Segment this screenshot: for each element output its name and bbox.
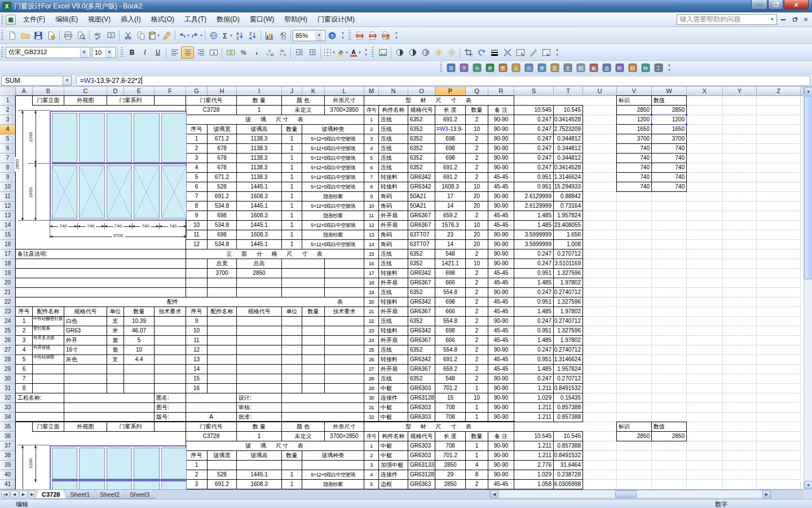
parts-header[interactable]: 数量: [302, 307, 325, 317]
facade-cell[interactable]: [325, 288, 364, 297]
st-value-cell[interactable]: 0.247: [514, 163, 554, 173]
increase-decimal-button[interactable]: .0.00: [263, 46, 276, 59]
toolbar-drag-handle[interactable]: [121, 47, 123, 58]
column-header-T[interactable]: T: [554, 87, 583, 96]
vw-value-cell[interactable]: 2850: [652, 106, 687, 115]
align-center-button[interactable]: [181, 46, 194, 59]
vw-value-cell[interactable]: 740: [617, 154, 652, 163]
row-header-39[interactable]: 39: [0, 461, 16, 470]
glass-cell[interactable]: 678: [208, 163, 237, 173]
chevron-down-icon[interactable]: ▼: [105, 47, 113, 58]
profile-cell[interactable]: 压线: [379, 288, 408, 297]
profile-cell[interactable]: 转接料: [379, 182, 408, 192]
profile-cell[interactable]: 15: [364, 249, 379, 259]
toolbar-drag-handle[interactable]: [440, 62, 442, 73]
formula-input[interactable]: =W3-13.9-27.8-22*2: [76, 76, 810, 86]
parts-cell[interactable]: [282, 365, 302, 374]
name-box-dropdown[interactable]: ▼: [63, 76, 72, 86]
profile-cell[interactable]: 转接料: [379, 173, 408, 182]
parts-header[interactable]: 规格代号: [237, 307, 282, 317]
profile-cell[interactable]: 45-45: [488, 307, 514, 317]
parts-cell[interactable]: [155, 355, 186, 365]
st-value-cell[interactable]: 1.3146624: [554, 355, 583, 365]
profile-cell[interactable]: 90-90: [488, 451, 514, 461]
parts-cell[interactable]: [325, 336, 364, 345]
glass-cell[interactable]: 691.2: [208, 480, 237, 489]
profile-cell[interactable]: 90-90: [488, 374, 514, 384]
profile-cell[interactable]: 691.2: [435, 115, 466, 125]
profile-header[interactable]: 长 度: [435, 432, 466, 441]
glass-cell[interactable]: 528: [208, 182, 237, 192]
glass-cell[interactable]: 隐形纱窗: [302, 230, 364, 240]
codes-label[interactable]: 颜 色: [282, 422, 325, 432]
title-block-cell[interactable]: [16, 403, 64, 413]
autosum-button[interactable]: Σ▾: [220, 29, 233, 42]
profile-cell[interactable]: 45-45: [488, 480, 514, 489]
codes-label[interactable]: 数 量: [237, 422, 282, 432]
restore-button[interactable]: [768, 0, 783, 10]
vw-value-cell[interactable]: 3700: [652, 134, 687, 144]
st-value-cell[interactable]: 1.485: [514, 221, 554, 230]
toolbar-options-chevron[interactable]: ▾▾: [554, 46, 561, 59]
parts-cell[interactable]: GR63: [64, 326, 107, 336]
research-button[interactable]: [104, 29, 117, 42]
parts-cell[interactable]: 16: [186, 384, 208, 393]
row-header-32[interactable]: 32: [0, 393, 16, 403]
parts-cell[interactable]: [237, 365, 282, 374]
left-header-cell[interactable]: 门窗系列: [107, 422, 155, 432]
glass-cell[interactable]: 隐形纱窗: [302, 211, 364, 221]
parts-cell[interactable]: [208, 317, 237, 326]
profile-cell[interactable]: 4: [466, 461, 488, 470]
profile-cell[interactable]: 20: [466, 192, 488, 202]
profile-cell[interactable]: 90-90: [488, 384, 514, 393]
dimension-tool-button[interactable]: 分: [522, 62, 535, 74]
parts-cell[interactable]: [107, 365, 124, 374]
row-header-41[interactable]: 41: [0, 480, 16, 489]
st-value-cell[interactable]: 31.6464: [554, 461, 583, 470]
notes-cell[interactable]: [16, 269, 186, 278]
profile-cell[interactable]: 转接料: [379, 269, 408, 278]
st-value-cell[interactable]: 10.545: [554, 106, 583, 115]
profile-cell[interactable]: 698: [435, 134, 466, 144]
search-preview-button[interactable]: 查: [535, 62, 548, 74]
reset-picture-button[interactable]: [540, 46, 553, 59]
profile-cell[interactable]: GR63128: [408, 470, 435, 480]
glass-header[interactable]: 玻璃种类: [302, 451, 364, 461]
profile-cell[interactable]: 2: [466, 326, 488, 336]
parts-cell[interactable]: [155, 317, 186, 326]
decrease-decimal-button[interactable]: .00.0: [276, 46, 289, 59]
parts-cell[interactable]: 密封胶条: [33, 326, 64, 336]
parts-cell[interactable]: [208, 336, 237, 345]
crop-button[interactable]: [462, 46, 475, 59]
left-header-cell[interactable]: 门窗系列: [107, 96, 155, 106]
profile-cell[interactable]: 90-90: [488, 249, 514, 259]
row-header-4[interactable]: 4: [0, 125, 16, 134]
glass-cell[interactable]: 1608.3: [237, 480, 282, 489]
minimize-button[interactable]: [751, 0, 767, 10]
st-value-cell[interactable]: 1.211: [514, 441, 554, 451]
copy-button[interactable]: [134, 29, 147, 42]
profile-cell[interactable]: 中梃: [379, 384, 408, 393]
glass-table-title[interactable]: 玻 璃 尺寸 表: [186, 115, 364, 125]
st-value-cell[interactable]: 0.238728: [554, 470, 583, 480]
profile-cell[interactable]: 2: [466, 480, 488, 489]
font-color-button[interactable]: A▾: [348, 46, 361, 59]
glass-cell[interactable]: 534.8: [208, 240, 237, 249]
profile-cell[interactable]: 698: [435, 144, 466, 154]
profile-cell[interactable]: 21: [364, 307, 379, 317]
facade-cell[interactable]: [282, 259, 325, 269]
parts-cell[interactable]: [64, 365, 107, 374]
column-header-Y[interactable]: Y: [723, 87, 757, 96]
glass-cell[interactable]: 1445.1: [237, 182, 282, 192]
glass-cell[interactable]: 1445.1: [237, 240, 282, 249]
profile-cell[interactable]: 1: [364, 115, 379, 125]
parts-cell[interactable]: [302, 355, 325, 365]
profile-cell[interactable]: 90-90: [488, 317, 514, 326]
st-value-cell[interactable]: 0.247: [514, 115, 554, 125]
parts-cell[interactable]: 16寸: [64, 345, 107, 355]
glass-cell[interactable]: 1138.3: [237, 154, 282, 163]
profile-cell[interactable]: 701.2: [435, 384, 466, 393]
profile-cell[interactable]: 加强中梃: [379, 461, 408, 470]
select-all-corner[interactable]: [0, 87, 16, 96]
row-header-8[interactable]: 8: [0, 163, 16, 173]
